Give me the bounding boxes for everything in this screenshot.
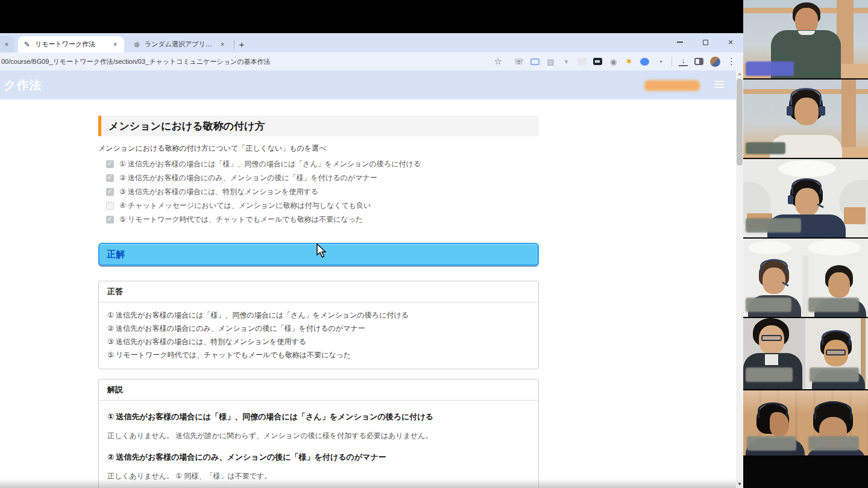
ext-camera-icon[interactable] — [609, 55, 618, 67]
participant-name-masked — [746, 298, 791, 312]
answer-line: ⑤ リモートワーク時代では、チャットでもメールでも敬称は不要になった — [107, 348, 530, 361]
ext-dark-icon[interactable] — [593, 58, 602, 65]
app-title-partial: ク作法 — [4, 77, 42, 93]
ext-burst-icon[interactable] — [624, 55, 634, 67]
explanation-card-body: ① 送信先がお客様の場合には「様」、同僚の場合には「さん」をメンションの後ろに付… — [99, 401, 538, 488]
participant-video-2[interactable] — [743, 78, 868, 158]
option-checkbox[interactable] — [106, 188, 114, 196]
browser-window: × リモートワーク作法 × ランダム選択アプリケーション × + 00/cour… — [0, 33, 743, 488]
participant-name-masked — [746, 218, 801, 233]
tab-strip: × リモートワーク作法 × ランダム選択アプリケーション × + — [0, 33, 743, 52]
new-tab-button[interactable]: + — [235, 37, 248, 51]
option-checkbox[interactable] — [106, 160, 114, 168]
hamburger-menu-icon[interactable] — [714, 81, 724, 88]
scrollbar[interactable]: ▲ ▼ — [736, 70, 743, 488]
participant-name-masked — [810, 368, 859, 382]
quiz-option: ⑤ リモートワーク時代では、チャットでもメールでも敬称は不要になった — [106, 215, 539, 224]
explanation-body: 正しくありません。 ① 同様、「様」は不要です。 — [107, 471, 530, 481]
participant-name-masked — [808, 298, 859, 312]
participant-name-masked — [747, 436, 796, 451]
close-tab-icon[interactable]: × — [111, 40, 119, 49]
answer-card: 正答 ① 送信先がお客様の場合には「様」、同僚の場合には「さん」をメンションの後… — [98, 281, 539, 369]
ext-circle-icon[interactable] — [640, 58, 649, 66]
restore-window-icon[interactable] — [697, 36, 713, 49]
option-label: ② 送信先がお客様の場合にのみ、メンションの後に「様」を付けるのがマナー — [119, 173, 377, 183]
explanation-heading: ① 送信先がお客様の場合には「様」、同僚の場合には「さん」をメンションの後ろに付… — [107, 411, 530, 422]
explanation-card: 解説 ① 送信先がお客様の場合には「様」、同僚の場合には「さん」をメンションの後… — [98, 379, 539, 488]
profile-avatar-icon[interactable] — [710, 57, 720, 67]
minimize-window-icon[interactable] — [672, 36, 688, 49]
sidebar-panel-icon[interactable] — [694, 58, 703, 65]
participant-video-6[interactable] — [743, 389, 868, 488]
explanation-card-header: 解説 — [99, 380, 538, 401]
toolbar-divider — [671, 57, 672, 66]
option-label: ⑤ リモートワーク時代では、チャットでもメールでも敬称は不要になった — [119, 214, 363, 225]
tab-partial[interactable]: × — [0, 36, 14, 52]
option-label: ④ チャットメッセージにおいては、メンションに敬称は付与しなくても良い — [119, 201, 371, 211]
option-label: ③ 送信先がお客様の場合には、特別なメンションを使用する — [119, 187, 318, 197]
options-list: ① 送信先がお客様の場合には「様」、同僚の場合には「さん」をメンションの後ろに付… — [106, 160, 539, 224]
tab-favicon-doc-icon — [23, 40, 31, 49]
mouse-cursor — [316, 243, 327, 261]
scrollbar-thumb[interactable] — [737, 78, 743, 166]
quiz-option: ③ 送信先がお客様の場合には、特別なメンションを使用する — [106, 187, 539, 196]
ext-frame-icon[interactable] — [530, 58, 539, 65]
tab-label: ランダム選択アプリケーション — [145, 40, 215, 49]
answer-card-body: ① 送信先がお客様の場合には「様」、同僚の場合には「さん」をメンションの後ろに付… — [99, 302, 538, 369]
answer-line: ② 送信先がお客様の場合にのみ、メンションの後に「様」を付けるのがマナー — [107, 322, 530, 335]
quiz-option: ④ チャットメッセージにおいては、メンションに敬称は付与しなくても良い — [106, 201, 539, 210]
tab-favicon-globe-icon — [133, 40, 141, 49]
menu-kebab-icon[interactable] — [727, 55, 736, 67]
option-checkbox[interactable] — [106, 174, 114, 182]
answer-card-header: 正答 — [99, 281, 538, 302]
tab-remote-work[interactable]: リモートワーク作法 × — [18, 36, 124, 52]
ext-faint-icon[interactable] — [577, 58, 587, 65]
tab-random-select-app[interactable]: ランダム選択アプリケーション × — [128, 36, 231, 52]
quiz-title: メンションにおける敬称の付け方 — [98, 116, 539, 136]
bookmark-star-icon[interactable] — [494, 55, 503, 67]
tab-separator — [234, 40, 234, 49]
ext-clock-icon[interactable] — [656, 55, 665, 67]
participant-video-5[interactable] — [743, 317, 868, 389]
participant-video-4[interactable] — [743, 237, 868, 317]
toolbar-icons — [494, 52, 736, 70]
participant-video-1[interactable] — [743, 0, 868, 78]
scroll-down-icon[interactable]: ▼ — [736, 480, 743, 488]
scroll-up-icon[interactable]: ▲ — [736, 70, 743, 78]
window-controls — [672, 36, 738, 49]
quiz-option: ② 送信先がお客様の場合にのみ、メンションの後に「様」を付けるのがマナー — [106, 174, 539, 182]
quiz-question: メンションにおける敬称の付け方について「正しくない」ものを選べ — [98, 143, 539, 154]
url-bar[interactable]: 00/course/BG09_リモートワーク作法/section/03_チャット… — [1, 57, 271, 66]
screen: × リモートワーク作法 × ランダム選択アプリケーション × + 00/cour… — [0, 0, 868, 488]
ext-filter-icon[interactable] — [562, 55, 571, 67]
ext-photo-icon[interactable] — [546, 55, 555, 67]
participant-name-masked — [746, 61, 794, 76]
participant-video-3[interactable] — [743, 158, 868, 237]
page-content: メンションにおける敬称の付け方 メンションにおける敬称の付け方について「正しくな… — [0, 99, 736, 488]
option-checkbox[interactable] — [106, 202, 114, 210]
participant-name-masked — [808, 436, 859, 451]
close-tab-icon[interactable]: × — [218, 40, 227, 49]
tab-label: リモートワーク作法 — [35, 40, 107, 49]
participant-name-masked — [746, 142, 785, 154]
explanation-body: 正しくありません。 送信先が誰かに関わらず、メンションの後に様を付加する必要はあ… — [107, 431, 530, 441]
close-tab-icon[interactable]: × — [2, 40, 11, 49]
explanation-heading: ② 送信先がお客様の場合にのみ、メンションの後に「様」を付けるのがマナー — [107, 452, 530, 463]
video-call-strip — [743, 0, 868, 488]
option-label: ① 送信先がお客様の場合には「様」、同僚の場合には「さん」をメンションの後ろに付… — [119, 159, 421, 169]
username-masked — [644, 80, 700, 91]
participant-name-masked — [746, 368, 793, 382]
browser-toolbar: 00/course/BG09_リモートワーク作法/section/03_チャット… — [0, 52, 743, 70]
app-header: ク作法 — [0, 70, 736, 99]
option-checkbox[interactable] — [106, 216, 114, 224]
answer-line: ③ 送信先がお客様の場合には、特別なメンションを使用する — [107, 335, 530, 348]
close-window-icon[interactable] — [723, 36, 738, 49]
download-icon[interactable] — [679, 57, 688, 66]
quiz-option: ① 送信先がお客様の場合には「様」、同僚の場合には「さん」をメンションの後ろに付… — [106, 160, 539, 168]
answer-line: ① 送信先がお客様の場合には「様」、同僚の場合には「さん」をメンションの後ろに付… — [107, 308, 530, 322]
ext-phone-icon[interactable] — [514, 55, 524, 67]
